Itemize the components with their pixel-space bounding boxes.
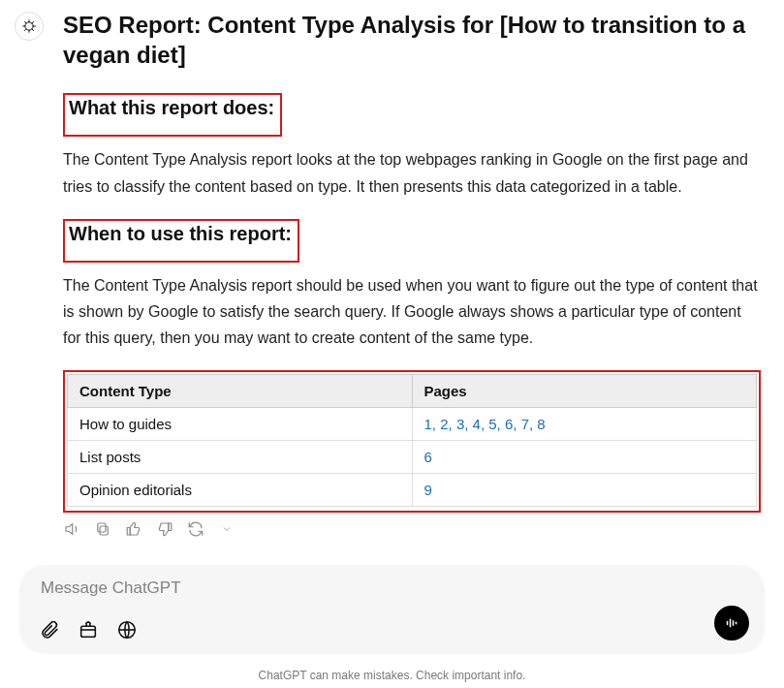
copy-button[interactable] [94, 520, 111, 538]
composer-tools [39, 619, 138, 641]
message-actions [63, 520, 766, 538]
page-link[interactable]: 3 [456, 416, 464, 432]
page-link[interactable]: 1 [424, 416, 432, 432]
highlight-section2-heading: When to use this report: [63, 219, 299, 263]
th-content-type: Content Type [68, 375, 413, 408]
content-type-cell: How to guides [68, 408, 413, 441]
web-button[interactable] [116, 619, 138, 641]
thumbs-down-button[interactable] [156, 520, 173, 538]
assistant-message: SEO Report: Content Type Analysis for [H… [63, 10, 761, 513]
page-link[interactable]: 8 [537, 416, 545, 432]
composer-input[interactable]: Message ChatGPT [41, 579, 706, 598]
report-title: SEO Report: Content Type Analysis for [H… [63, 10, 761, 70]
footer-disclaimer: ChatGPT can make mistakes. Check importa… [0, 669, 784, 682]
page-link[interactable]: 7 [521, 416, 529, 432]
page-link[interactable]: 6 [424, 449, 432, 465]
content-type-cell: Opinion editorials [68, 474, 413, 507]
section2-body: The Content Type Analysis report should … [63, 272, 761, 352]
pages-cell: 9 [412, 474, 757, 507]
read-aloud-button[interactable] [63, 520, 80, 538]
page-link[interactable]: 5 [488, 416, 496, 432]
section1-heading: What this report does: [69, 97, 274, 119]
thumbs-up-button[interactable] [125, 520, 142, 538]
pages-cell: 6 [412, 441, 757, 474]
section1-body: The Content Type Analysis report looks a… [63, 146, 761, 199]
svg-rect-3 [81, 626, 96, 637]
more-actions-button[interactable] [218, 520, 235, 538]
voice-button[interactable] [714, 606, 749, 641]
highlight-section1-heading: What this report does: [63, 93, 282, 137]
page-link[interactable]: 2 [440, 416, 448, 432]
svg-rect-2 [98, 523, 106, 532]
regenerate-button[interactable] [187, 520, 204, 538]
th-pages: Pages [412, 375, 757, 408]
tools-button[interactable] [78, 619, 99, 641]
composer[interactable]: Message ChatGPT [19, 565, 765, 654]
table-row: Opinion editorials9 [68, 474, 757, 507]
table-row: How to guides1, 2, 3, 4, 5, 6, 7, 8 [68, 408, 757, 441]
page-link[interactable]: 4 [473, 416, 481, 432]
content-type-cell: List posts [68, 441, 413, 474]
pages-cell: 1, 2, 3, 4, 5, 6, 7, 8 [412, 408, 757, 441]
table-row: List posts6 [68, 441, 757, 474]
svg-rect-1 [100, 526, 108, 535]
assistant-avatar [15, 12, 44, 41]
highlight-table: Content Type Pages How to guides1, 2, 3,… [63, 370, 761, 513]
page-link[interactable]: 9 [424, 482, 432, 498]
openai-icon [20, 17, 38, 35]
section2-heading: When to use this report: [69, 223, 292, 245]
attach-button[interactable] [39, 619, 60, 641]
content-type-table: Content Type Pages How to guides1, 2, 3,… [67, 374, 757, 507]
